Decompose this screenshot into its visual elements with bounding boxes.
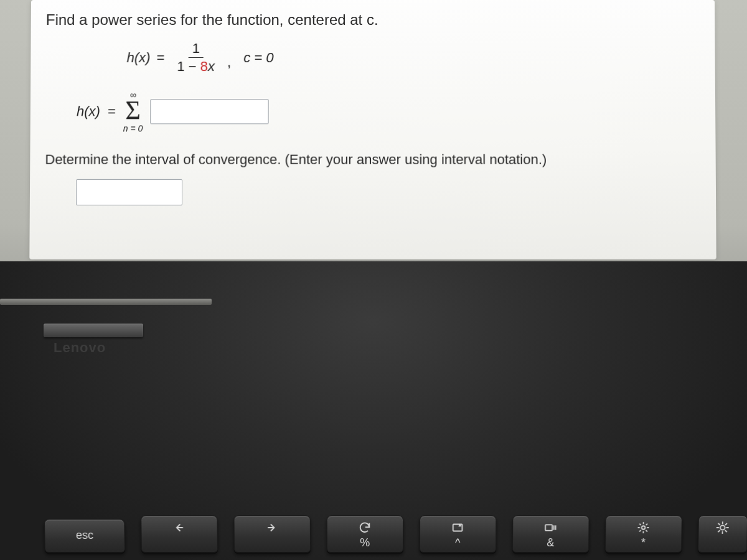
- keyboard-row: esc % ^ &: [44, 497, 747, 553]
- lhs-hx: h(x): [127, 50, 151, 66]
- svg-line-20: [718, 531, 720, 532]
- center-value: c = 0: [243, 50, 273, 66]
- svg-line-10: [646, 531, 647, 531]
- laptop-body: Lenovo esc % ^: [0, 261, 747, 560]
- key-fullscreen[interactable]: ^: [420, 515, 496, 553]
- key-esc-label: esc: [76, 529, 93, 542]
- key-refresh[interactable]: %: [327, 515, 403, 553]
- arrow-left-icon: [172, 521, 186, 537]
- fraction: 1 1 − 8x: [173, 41, 218, 74]
- sigma-lower: n = 0: [123, 124, 143, 133]
- hinge-bar: [0, 299, 212, 305]
- svg-rect-1: [545, 525, 552, 530]
- key-brightness-up[interactable]: [698, 515, 747, 553]
- series-term-input[interactable]: [150, 99, 269, 124]
- series-answer-row: h(x) = ∞ Σ n = 0: [77, 91, 701, 133]
- denom-left: 1 −: [177, 58, 200, 74]
- fullscreen-icon: [451, 521, 464, 537]
- key-amp-label: &: [547, 537, 554, 548]
- sigma-symbol: Σ: [125, 101, 141, 122]
- key-brightness-down[interactable]: *: [605, 515, 682, 553]
- svg-line-21: [726, 524, 727, 525]
- problem-prompt: Find a power series for the function, ce…: [46, 11, 700, 29]
- numerator: 1: [189, 41, 204, 58]
- brightness-down-icon: [636, 521, 650, 537]
- denominator: 1 − 8x: [173, 58, 218, 74]
- interval-prompt: Determine the interval of convergence. (…: [45, 152, 700, 168]
- brightness-up-icon: [716, 521, 730, 537]
- key-asterisk-label: *: [641, 537, 646, 548]
- svg-line-11: [640, 531, 641, 531]
- equals-sign: =: [156, 50, 164, 66]
- sum-lhs: h(x): [77, 103, 100, 119]
- equals-sign-2: =: [108, 103, 116, 119]
- svg-line-12: [646, 524, 647, 525]
- svg-line-18: [719, 524, 720, 525]
- key-percent-label: %: [360, 537, 370, 548]
- sigma-notation: ∞ Σ n = 0: [123, 91, 143, 133]
- arrow-right-icon: [265, 521, 279, 537]
- interval-input[interactable]: [76, 179, 182, 205]
- svg-line-9: [640, 524, 641, 525]
- key-caret-label: ^: [455, 537, 461, 548]
- key-esc[interactable]: esc: [44, 519, 125, 553]
- key-back[interactable]: [141, 515, 218, 553]
- comma: ,: [227, 54, 231, 74]
- svg-point-13: [720, 525, 725, 530]
- denom-coeff-highlight: 8: [200, 58, 208, 74]
- laptop-brand-label: Lenovo: [54, 340, 106, 356]
- key-forward[interactable]: [233, 515, 310, 553]
- svg-line-19: [725, 531, 726, 532]
- hinge-cap: [44, 324, 143, 337]
- key-overview[interactable]: &: [512, 515, 590, 553]
- homework-content-panel: Find a power series for the function, ce…: [29, 0, 716, 259]
- refresh-icon: [358, 521, 372, 537]
- overview-icon: [543, 521, 557, 537]
- function-definition: h(x) = 1 1 − 8x , c = 0: [126, 41, 700, 74]
- denom-var: x: [208, 58, 215, 74]
- svg-point-4: [642, 526, 646, 530]
